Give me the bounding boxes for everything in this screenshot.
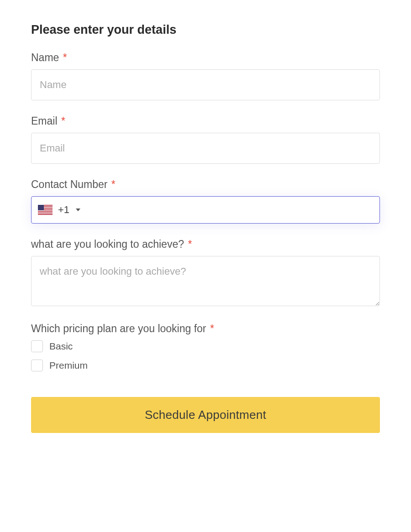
svg-rect-7 [38, 205, 44, 210]
svg-rect-4 [38, 210, 53, 211]
schedule-appointment-button[interactable]: Schedule Appointment [31, 397, 380, 433]
required-marker: * [63, 52, 67, 63]
svg-rect-5 [38, 212, 53, 213]
svg-rect-6 [38, 214, 53, 214]
us-flag-icon [38, 205, 53, 215]
email-label: Email * [31, 115, 380, 127]
checkbox-label: Premium [49, 360, 88, 371]
pricing-label: Which pricing plan are you looking for * [31, 323, 380, 335]
contact-label: Contact Number * [31, 178, 380, 191]
contact-label-text: Contact Number [31, 178, 107, 190]
required-marker: * [61, 115, 65, 127]
contact-group: Contact Number * +1 [31, 178, 380, 224]
name-input[interactable] [31, 69, 380, 100]
checkbox-option-premium[interactable]: Premium [31, 360, 380, 371]
name-label: Name * [31, 52, 380, 64]
required-marker: * [188, 238, 192, 250]
achieve-label: what are you looking to achieve? * [31, 238, 380, 250]
checkbox-icon [31, 340, 43, 352]
achieve-group: what are you looking to achieve? * [31, 238, 380, 308]
achieve-label-text: what are you looking to achieve? [31, 238, 184, 250]
pricing-group: Which pricing plan are you looking for *… [31, 323, 380, 371]
phone-input[interactable] [80, 204, 373, 216]
pricing-options: Basic Premium [31, 340, 380, 371]
required-marker: * [111, 178, 116, 190]
dial-code: +1 [58, 204, 69, 216]
phone-input-wrapper[interactable]: +1 [31, 196, 380, 224]
achieve-textarea[interactable] [31, 256, 380, 306]
checkbox-option-basic[interactable]: Basic [31, 340, 380, 352]
name-label-text: Name [31, 52, 59, 63]
form-title: Please enter your details [31, 23, 380, 37]
email-label-text: Email [31, 115, 58, 127]
pricing-label-text: Which pricing plan are you looking for [31, 323, 206, 334]
chevron-down-icon [76, 209, 80, 211]
name-group: Name * [31, 52, 380, 100]
email-input[interactable] [31, 133, 380, 164]
checkbox-icon [31, 360, 43, 371]
checkbox-label: Basic [49, 341, 73, 352]
required-marker: * [210, 323, 214, 334]
country-code-selector[interactable]: +1 [38, 204, 80, 216]
email-group: Email * [31, 115, 380, 164]
